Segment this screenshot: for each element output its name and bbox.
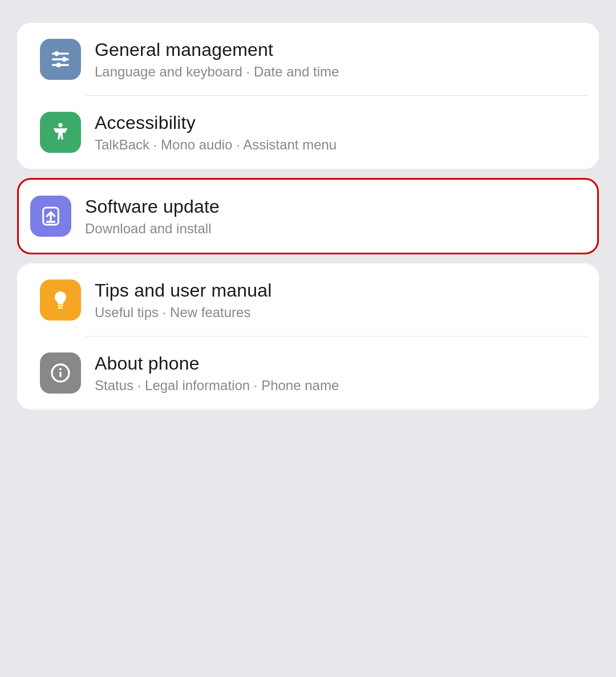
software-update-title: Software update [85, 196, 586, 217]
top-card: General management Language and keyboard… [17, 23, 599, 169]
svg-point-1 [54, 51, 59, 56]
sliders-icon [49, 48, 72, 71]
accessibility-title: Accessibility [95, 112, 576, 133]
tips-subtitle: Useful tips · New features [95, 305, 576, 321]
accessibility-subtitle: TalkBack · Mono audio · Assistant menu [95, 137, 576, 153]
svg-point-12 [59, 368, 62, 370]
accessibility-text: Accessibility TalkBack · Mono audio · As… [95, 112, 576, 153]
svg-point-6 [58, 123, 62, 127]
general-management-title: General management [95, 39, 576, 60]
update-icon [39, 205, 62, 228]
about-phone-subtitle: Status · Legal information · Phone name [95, 378, 576, 394]
general-management-icon [40, 39, 81, 80]
tips-title: Tips and user manual [95, 280, 576, 301]
software-update-icon [30, 196, 71, 237]
person-icon [49, 121, 72, 144]
settings-item-general-management[interactable]: General management Language and keyboard… [29, 23, 587, 96]
general-management-text: General management Language and keyboard… [95, 39, 576, 80]
settings-item-about-phone[interactable]: About phone Status · Legal information ·… [29, 337, 587, 410]
svg-rect-10 [58, 307, 63, 309]
about-phone-text: About phone Status · Legal information ·… [95, 353, 576, 394]
svg-rect-13 [59, 372, 61, 378]
info-icon [49, 362, 72, 384]
svg-point-5 [56, 63, 61, 67]
settings-item-tips[interactable]: Tips and user manual Useful tips · New f… [29, 263, 587, 337]
settings-item-software-update[interactable]: Software update Download and install [19, 180, 597, 253]
svg-rect-9 [58, 305, 63, 306]
tips-text: Tips and user manual Useful tips · New f… [95, 280, 576, 321]
bottom-card: Tips and user manual Useful tips · New f… [17, 263, 599, 410]
software-update-text: Software update Download and install [85, 196, 586, 237]
about-phone-title: About phone [95, 353, 576, 374]
settings-item-accessibility[interactable]: Accessibility TalkBack · Mono audio · As… [29, 96, 587, 169]
software-update-subtitle: Download and install [85, 221, 586, 237]
lightbulb-icon [49, 289, 72, 311]
general-management-subtitle: Language and keyboard · Date and time [95, 64, 576, 80]
svg-point-3 [62, 57, 67, 62]
software-update-card[interactable]: Software update Download and install [17, 178, 599, 254]
tips-icon [40, 279, 81, 321]
accessibility-icon [40, 112, 81, 153]
about-phone-icon [40, 352, 81, 394]
